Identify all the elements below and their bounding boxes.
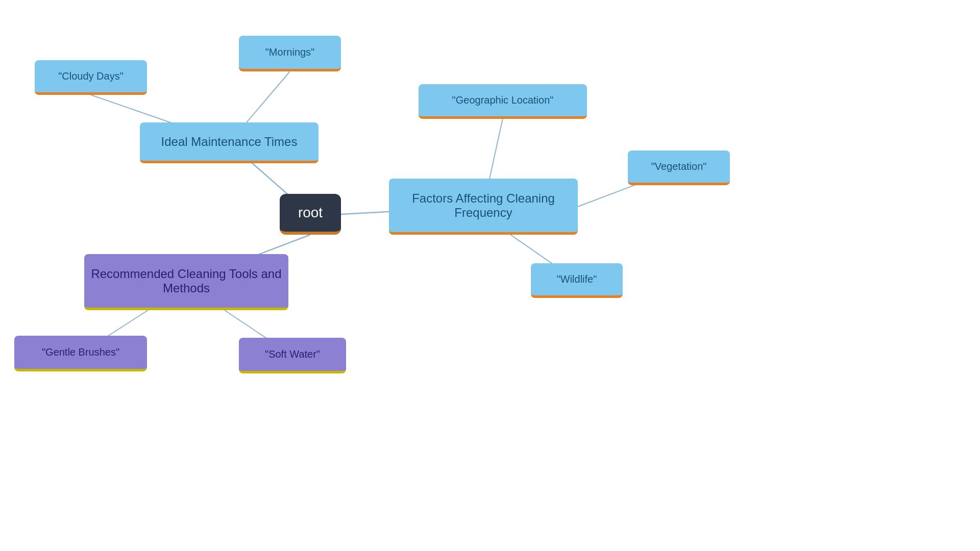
wildlife-label: "Wildlife" bbox=[557, 273, 597, 285]
gentle-label: "Gentle Brushes" bbox=[42, 346, 119, 358]
mornings-label: "Mornings" bbox=[265, 46, 314, 58]
root-label: root bbox=[298, 205, 323, 221]
mornings-node[interactable]: "Mornings" bbox=[239, 36, 341, 71]
geo-label: "Geographic Location" bbox=[452, 94, 554, 106]
soft-water-node[interactable]: "Soft Water" bbox=[239, 338, 346, 373]
ideal-label: Ideal Maintenance Times bbox=[161, 135, 298, 149]
gentle-brushes-node[interactable]: "Gentle Brushes" bbox=[14, 336, 147, 371]
factors-node[interactable]: Factors Affecting Cleaning Frequency bbox=[389, 179, 578, 235]
recommended-node[interactable]: Recommended Cleaning Tools and Methods bbox=[84, 254, 288, 310]
geo-node[interactable]: "Geographic Location" bbox=[419, 84, 587, 119]
soft-label: "Soft Water" bbox=[265, 348, 320, 360]
cloudy-days-node[interactable]: "Cloudy Days" bbox=[35, 60, 147, 95]
root-node[interactable]: root bbox=[280, 194, 341, 235]
ideal-maintenance-node[interactable]: Ideal Maintenance Times bbox=[140, 122, 318, 163]
recommended-label: Recommended Cleaning Tools and Methods bbox=[84, 267, 288, 295]
vegetation-node[interactable]: "Vegetation" bbox=[628, 151, 730, 185]
cloudy-label: "Cloudy Days" bbox=[58, 70, 124, 82]
factors-label: Factors Affecting Cleaning Frequency bbox=[389, 191, 578, 220]
wildlife-node[interactable]: "Wildlife" bbox=[531, 263, 623, 298]
vegetation-label: "Vegetation" bbox=[651, 161, 707, 172]
